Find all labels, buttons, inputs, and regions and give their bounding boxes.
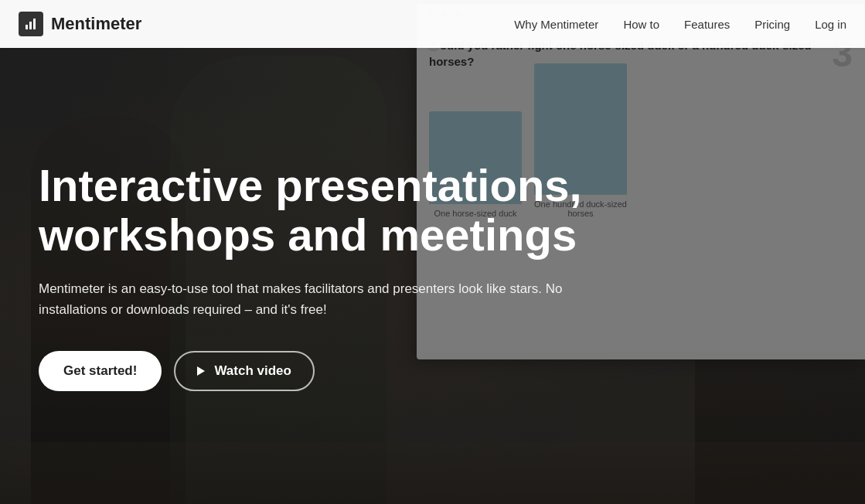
navbar: Mentimeter Why Mentimeter How to Feature…: [0, 0, 865, 48]
nav-links: Why Mentimeter How to Features Pricing L…: [514, 18, 846, 31]
hero-title: Interactive presentations, workshops and…: [39, 161, 611, 260]
hero-buttons: Get started! Watch video: [39, 351, 826, 391]
watch-video-label: Watch video: [214, 363, 291, 379]
nav-item-howto[interactable]: How to: [623, 18, 659, 31]
logo-text: Mentimeter: [51, 14, 141, 34]
nav-item-features[interactable]: Features: [684, 18, 730, 31]
hero-content: Interactive presentations, workshops and…: [0, 48, 865, 504]
play-icon: [197, 366, 205, 376]
svg-rect-2: [33, 19, 36, 29]
logo-icon: [19, 12, 43, 36]
svg-rect-1: [29, 22, 32, 29]
nav-login[interactable]: Log in: [815, 18, 846, 31]
logo-link[interactable]: Mentimeter: [19, 12, 141, 36]
hero-subtitle: Mentimeter is an easy-to-use tool that m…: [39, 278, 564, 320]
watch-video-button[interactable]: Watch video: [174, 351, 315, 391]
svg-rect-0: [26, 25, 28, 29]
nav-item-why[interactable]: Why Mentimeter: [514, 18, 598, 31]
nav-item-pricing[interactable]: Pricing: [754, 18, 790, 31]
get-started-button[interactable]: Get started!: [39, 351, 162, 391]
hero-title-line1: Interactive presentations,: [39, 160, 582, 210]
hero-title-line2: workshops and meetings: [39, 209, 577, 260]
